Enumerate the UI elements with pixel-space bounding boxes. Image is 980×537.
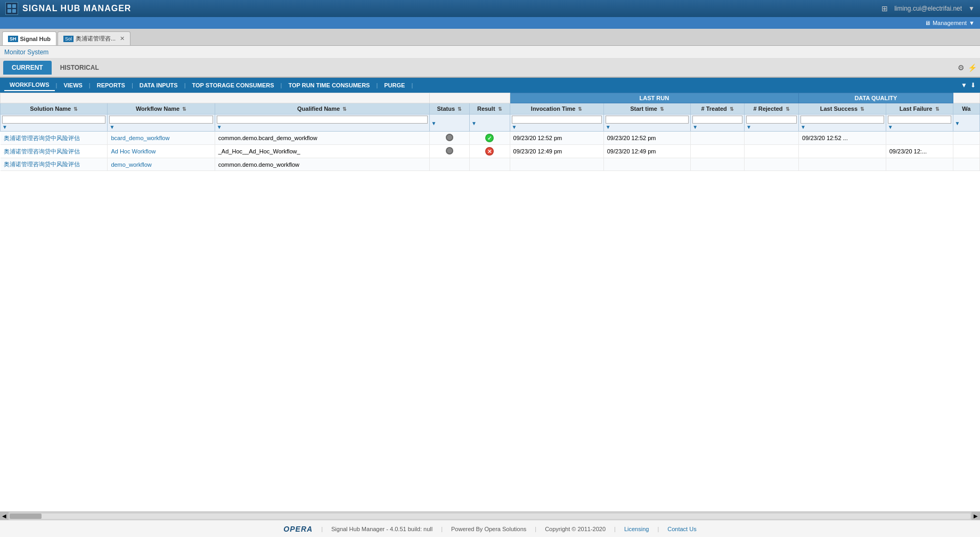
col-last-success[interactable]: Last Success ⇅ bbox=[799, 103, 886, 115]
filter-rejected-icon[interactable]: ▼ bbox=[746, 124, 752, 130]
result-err-1: ✕ bbox=[485, 147, 494, 156]
link-workflow-0[interactable]: bcard_demo_workflow bbox=[111, 135, 169, 141]
link-workflow-1[interactable]: Ad Hoc Workflow bbox=[111, 148, 156, 154]
link-workflow-2[interactable]: demo_workflow bbox=[111, 161, 151, 168]
filter-solution-name-input[interactable] bbox=[2, 116, 105, 124]
scroll-track[interactable] bbox=[10, 514, 970, 519]
tab-close-button[interactable]: ✕ bbox=[120, 35, 125, 42]
nav-download-icon[interactable]: ⬇ bbox=[970, 82, 976, 89]
filter-qualified-name-input[interactable] bbox=[217, 116, 428, 124]
grid-icon[interactable]: ⊞ bbox=[881, 4, 888, 13]
group-header-data-quality: DATA QUALITY bbox=[799, 93, 953, 103]
filter-treated-input[interactable] bbox=[692, 116, 742, 124]
svg-rect-1 bbox=[12, 4, 16, 8]
link-solution-0[interactable]: 奥浦诺管理咨询贷中风险评估 bbox=[4, 135, 80, 141]
footer-logo: OPERA bbox=[283, 525, 313, 533]
col-workflow-name[interactable]: Workflow Name ⇅ bbox=[108, 103, 215, 115]
nav-top-runtime[interactable]: TOP RUN TIME CONSUMERS bbox=[283, 80, 375, 91]
management-arrow[interactable]: ▼ bbox=[969, 20, 975, 26]
sort-invocation-icon[interactable]: ⇅ bbox=[578, 107, 582, 112]
sort-start-time-icon[interactable]: ⇅ bbox=[660, 107, 664, 112]
table-row: 奥浦诺管理咨询贷中风险评估demo_workflowcommon.demo.de… bbox=[1, 158, 980, 171]
nav-reports[interactable]: REPORTS bbox=[92, 80, 130, 91]
scroll-right-arrow[interactable]: ▶ bbox=[971, 512, 980, 520]
cell-status-2 bbox=[429, 158, 470, 171]
filter-treated-icon[interactable]: ▼ bbox=[692, 124, 698, 130]
nav-workflows[interactable]: WORKFLOWS bbox=[4, 79, 55, 91]
nav-purge[interactable]: PURGE bbox=[379, 80, 410, 91]
sort-last-success-icon[interactable]: ⇅ bbox=[860, 107, 864, 112]
sort-qualified-name-icon[interactable]: ⇅ bbox=[342, 107, 347, 112]
filter-result-icon[interactable]: ▼ bbox=[471, 120, 477, 126]
breadcrumb-link[interactable]: Monitor System bbox=[4, 48, 48, 56]
footer-licensing-link[interactable]: Licensing bbox=[624, 526, 649, 532]
top-header: SIGNAL HUB MANAGER ⊞ liming.cui@electrif… bbox=[0, 0, 980, 17]
link-solution-2[interactable]: 奥浦诺管理咨询贷中风险评估 bbox=[4, 161, 80, 167]
cell-last_failure-1: 09/23/20 12:... bbox=[886, 145, 953, 158]
col-qualified-name[interactable]: Qualified Name ⇅ bbox=[215, 103, 429, 115]
cell-qualified-2: common.demo.demo_workflow bbox=[215, 158, 429, 171]
status-circle-1 bbox=[446, 147, 453, 154]
sort-workflow-name-icon[interactable]: ⇅ bbox=[182, 107, 186, 112]
cell-treated-2 bbox=[691, 158, 745, 171]
filter-solution-name-icon[interactable]: ▼ bbox=[2, 124, 7, 130]
filter-wa-icon[interactable]: ▼ bbox=[955, 120, 960, 126]
col-status[interactable]: Status ⇅ bbox=[429, 103, 470, 115]
filter-last-failure-input[interactable] bbox=[888, 116, 951, 124]
scroll-thumb[interactable] bbox=[10, 514, 42, 519]
filter-start-time-icon[interactable]: ▼ bbox=[606, 124, 611, 130]
tab-historical[interactable]: HISTORICAL bbox=[52, 61, 108, 75]
lightning-icon[interactable]: ⚡ bbox=[968, 63, 977, 72]
col-last-failure[interactable]: Last Failure ⇅ bbox=[886, 103, 953, 115]
cell-solution-0: 奥浦诺管理咨询贷中风险评估 bbox=[1, 132, 108, 145]
filter-workflow-name-icon[interactable]: ▼ bbox=[109, 124, 115, 130]
footer-contact-link[interactable]: Contact Us bbox=[667, 526, 696, 532]
management-label[interactable]: Management bbox=[933, 20, 967, 26]
sort-result-icon[interactable]: ⇅ bbox=[498, 107, 502, 112]
col-solution-name[interactable]: Solution Name ⇅ bbox=[1, 103, 108, 115]
col-result[interactable]: Result ⇅ bbox=[470, 103, 510, 115]
table-row: 奥浦诺管理咨询贷中风险评估Ad Hoc Workflow_Ad_Hoc__Ad_… bbox=[1, 145, 980, 158]
col-rejected[interactable]: # Rejected ⇅ bbox=[745, 103, 799, 115]
footer-copyright: Copyright © 2011-2020 bbox=[545, 526, 606, 532]
filter-invocation-input[interactable] bbox=[512, 116, 602, 124]
scroll-left-arrow[interactable]: ◀ bbox=[0, 512, 9, 520]
filter-rejected-input[interactable] bbox=[746, 116, 797, 124]
tab-solution[interactable]: Sol 奥浦诺管理咨... ✕ bbox=[58, 31, 130, 45]
nav-sep-5: | bbox=[281, 82, 282, 88]
link-solution-1[interactable]: 奥浦诺管理咨询贷中风险评估 bbox=[4, 148, 80, 154]
filter-last-failure-icon[interactable]: ▼ bbox=[888, 124, 893, 130]
filter-qualified-name-icon[interactable]: ▼ bbox=[217, 124, 222, 130]
col-start-time[interactable]: Start time ⇅ bbox=[603, 103, 691, 115]
settings-icon[interactable]: ⚙ bbox=[958, 63, 965, 72]
footer-sep-1: | bbox=[321, 526, 323, 532]
sort-solution-name-icon[interactable]: ⇅ bbox=[74, 107, 78, 112]
user-menu-arrow[interactable]: ▼ bbox=[968, 5, 975, 12]
cell-qualified-0: common.demo.bcard_demo_workflow bbox=[215, 132, 429, 145]
cell-wa-1 bbox=[953, 145, 979, 158]
filter-start-time-input[interactable] bbox=[606, 116, 689, 124]
management-icon: 🖥 bbox=[925, 20, 930, 26]
cell-last_success-0: 09/23/20 12:52 ... bbox=[799, 132, 886, 145]
nav-top-storage[interactable]: TOP STORAGE CONSUMERS bbox=[187, 80, 280, 91]
sort-rejected-icon[interactable]: ⇅ bbox=[786, 107, 790, 112]
filter-rejected-cell: ▼ bbox=[745, 115, 799, 132]
cell-last_success-1 bbox=[799, 145, 886, 158]
horizontal-scrollbar[interactable]: ◀ ▶ bbox=[0, 511, 980, 520]
sort-last-failure-icon[interactable]: ⇅ bbox=[935, 107, 940, 112]
table-row: 奥浦诺管理咨询贷中风险评估bcard_demo_workflowcommon.d… bbox=[1, 132, 980, 145]
filter-last-success-icon[interactable]: ▼ bbox=[801, 124, 806, 130]
sort-treated-icon[interactable]: ⇅ bbox=[730, 107, 734, 112]
tab-current[interactable]: CURRENT bbox=[3, 61, 52, 75]
filter-workflow-name-input[interactable] bbox=[109, 116, 213, 124]
sort-status-icon[interactable]: ⇅ bbox=[458, 107, 462, 112]
filter-invocation-icon[interactable]: ▼ bbox=[512, 124, 517, 130]
col-treated[interactable]: # Treated ⇅ bbox=[691, 103, 745, 115]
col-invocation-time[interactable]: Invocation Time ⇅ bbox=[510, 103, 603, 115]
nav-filter-icon[interactable]: ▼ bbox=[961, 82, 967, 89]
tab-signal-hub[interactable]: SH Signal Hub bbox=[2, 31, 56, 45]
nav-views[interactable]: VIEWS bbox=[58, 80, 87, 91]
nav-data-inputs[interactable]: DATA INPUTS bbox=[134, 80, 183, 91]
filter-last-success-input[interactable] bbox=[801, 116, 884, 124]
filter-status-icon[interactable]: ▼ bbox=[431, 120, 437, 126]
